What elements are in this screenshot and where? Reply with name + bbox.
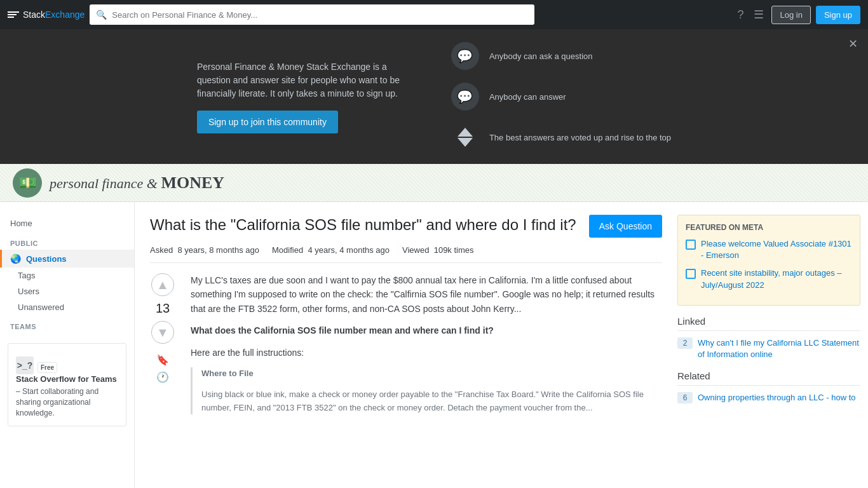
related-title: Related: [677, 370, 860, 386]
sidebar-item-questions[interactable]: 🌏 Questions: [0, 250, 134, 268]
vote-up-button[interactable]: ▲: [151, 273, 174, 296]
teams-so-icon: >_?: [16, 356, 34, 374]
community-banner: ✕ Personal Finance & Money Stack Exchang…: [0, 29, 868, 164]
ask-question-button[interactable]: Ask Question: [589, 215, 662, 238]
sidebar: Home PUBLIC 🌏 Questions Tags Users Unans…: [0, 202, 135, 488]
close-banner-button[interactable]: ✕: [848, 37, 858, 51]
inbox-icon[interactable]: ☰: [751, 5, 766, 24]
site-logo-bar[interactable]: 💵 personal finance & MONEY: [13, 168, 224, 198]
answer-icon: 💬: [451, 83, 479, 111]
search-icon: 🔍: [96, 10, 107, 20]
related-item-1: 6 Owning properties through an LLC - how…: [677, 392, 860, 403]
site-logo-icon: 💵: [13, 168, 42, 198]
main-layout: Home PUBLIC 🌏 Questions Tags Users Unans…: [0, 202, 868, 488]
vote-column: ▲ 13 ▼ 🔖 🕐: [150, 273, 175, 422]
banner-feature-answer: 💬 Anybody can answer: [451, 83, 671, 111]
featured-item-2: Recent site instability, major outages –…: [686, 268, 852, 290]
history-button[interactable]: 🕐: [156, 371, 169, 383]
login-button[interactable]: Log in: [771, 6, 810, 24]
question-header: What is the "California SOS file number"…: [150, 215, 662, 238]
featured-link-2[interactable]: Recent site instability, major outages –…: [701, 268, 852, 290]
featured-on-meta: Featured on Meta Please welcome Valued A…: [677, 215, 860, 306]
sidebar-public-label: PUBLIC: [0, 232, 134, 250]
question-title: What is the "California SOS file number"…: [150, 215, 576, 234]
linked-link-1[interactable]: Why can't I file my California LLC State…: [698, 337, 860, 360]
banner-feature-ask: 💬 Anybody can ask a question: [451, 42, 671, 70]
questions-globe-icon: 🌏: [10, 254, 21, 264]
sidebar-teams-box: >_? Free Stack Overflow for Teams – Star…: [8, 343, 126, 426]
search-bar: 🔍: [90, 4, 534, 25]
linked-section: Linked 2 Why can't I file my California …: [677, 316, 860, 360]
free-badge: Free: [37, 362, 57, 373]
banner-features: 💬 Anybody can ask a question 💬 Anybody c…: [451, 42, 671, 151]
featured-icon-2: [686, 269, 696, 279]
featured-item-1: Please welcome Valued Associate #1301 - …: [686, 238, 852, 261]
teams-desc: – Start collaborating and sharing organi…: [16, 386, 118, 418]
ask-question-icon: 💬: [451, 42, 479, 70]
stack-icon: [8, 11, 19, 18]
site-logo-text: personal finance & MONEY: [50, 173, 224, 193]
asked-meta: Asked 8 years, 8 months ago: [150, 245, 259, 255]
viewed-meta: Viewed 109k times: [402, 245, 474, 255]
signup-button[interactable]: Sign up: [816, 6, 860, 24]
brand-name: StackExchange: [23, 10, 85, 20]
vote-icon: [451, 123, 479, 151]
sidebar-item-unanswered[interactable]: Unanswered: [0, 299, 134, 315]
nav-right: ? ☰ Log in Sign up: [735, 5, 860, 24]
question-text: My LLC's taxes are due soon and I want t…: [191, 273, 662, 422]
sidebar-item-home[interactable]: Home: [0, 215, 134, 232]
search-input[interactable]: [112, 10, 528, 20]
featured-meta-title: Featured on Meta: [686, 223, 852, 232]
site-header: 💵 personal finance & MONEY: [0, 164, 868, 202]
top-navigation: StackExchange 🔍 ? ☰ Log in Sign up: [0, 0, 868, 29]
teams-title: Stack Overflow for Teams: [16, 374, 118, 384]
featured-icon-1: [686, 240, 696, 250]
help-icon[interactable]: ?: [735, 6, 746, 24]
vote-down-button[interactable]: ▼: [151, 321, 174, 344]
featured-link-1[interactable]: Please welcome Valued Associate #1301 - …: [701, 238, 852, 261]
sidebar-item-users[interactable]: Users: [0, 283, 134, 299]
vote-count: 13: [156, 301, 170, 316]
sidebar-item-tags[interactable]: Tags: [0, 268, 134, 283]
banner-description: Personal Finance & Money Stack Exchange …: [197, 60, 413, 133]
related-link-1[interactable]: Owning properties through an LLC - how t…: [698, 392, 856, 403]
question-meta: Asked 8 years, 8 months ago Modified 4 y…: [150, 245, 662, 263]
right-sidebar: Featured on Meta Please welcome Valued A…: [677, 202, 868, 488]
question-blockquote: Where to File Using black or blue ink, m…: [191, 367, 662, 414]
join-community-button[interactable]: Sign up to join this community: [197, 111, 338, 133]
sidebar-teams-label: TEAMS: [0, 315, 134, 333]
bookmark-button[interactable]: 🔖: [156, 354, 169, 366]
question-body-layout: ▲ 13 ▼ 🔖 🕐 My LLC's taxes are due soon a…: [150, 273, 662, 422]
related-section: Related 6 Owning properties through an L…: [677, 370, 860, 403]
site-logo[interactable]: StackExchange: [8, 10, 85, 20]
main-content: What is the "California SOS file number"…: [135, 202, 677, 488]
modified-meta: Modified 4 years, 4 months ago: [272, 245, 390, 255]
banner-feature-vote: The best answers are voted up and rise t…: [451, 123, 671, 151]
linked-title: Linked: [677, 316, 860, 331]
linked-item-1: 2 Why can't I file my California LLC Sta…: [677, 337, 860, 360]
